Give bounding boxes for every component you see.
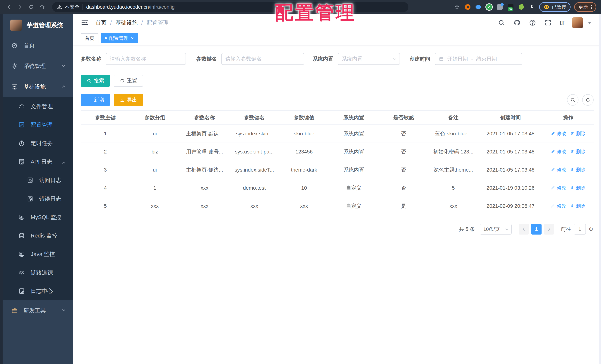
sidebar-item-label: 文件管理 (31, 103, 53, 110)
builtin-select[interactable]: 系统内置 (338, 53, 400, 65)
cell-builtin: 系统内置 (329, 161, 379, 179)
param-name-label: 参数名称 (81, 55, 101, 62)
search-button[interactable]: 搜索 (81, 75, 110, 87)
sidebar: 芋道管理系统 首页系统管理基础设施文件管理配置管理定时任务API 日志访问日志错… (3, 14, 73, 364)
tag-home[interactable]: 首页 (81, 33, 98, 43)
cell-sensitive: 是 (379, 197, 428, 215)
date-range-picker[interactable]: 开始日期 - 结束日期 (435, 53, 522, 65)
cell-id: 2 (81, 143, 130, 161)
browser-update-button[interactable]: 更新 (574, 2, 596, 12)
browser-back-icon[interactable] (5, 3, 13, 11)
end-date-placeholder[interactable]: 结束日期 (476, 55, 497, 62)
tag-config-active[interactable]: 配置管理 × (101, 33, 138, 43)
delete-link[interactable]: 删除 (570, 130, 585, 137)
prev-page-button[interactable] (519, 224, 529, 234)
delete-link[interactable]: 删除 (570, 149, 585, 155)
refresh-table-icon-button[interactable] (582, 94, 594, 106)
param-key-input[interactable] (225, 56, 300, 62)
edit-link[interactable]: 修改 (551, 167, 566, 173)
security-label[interactable]: 不安全 (65, 4, 80, 10)
sidebar-item-访问日志[interactable]: 访问日志 (3, 171, 73, 190)
sidebar-item-label: API 日志 (31, 158, 52, 166)
edit-link[interactable]: 修改 (551, 130, 566, 137)
bookmark-star-icon[interactable] (453, 3, 461, 10)
github-icon[interactable] (513, 19, 521, 27)
sidebar-item-文件管理[interactable]: 文件管理 (3, 97, 73, 116)
delete-link[interactable]: 删除 (570, 203, 585, 209)
page-content: 参数名称 参数键名 系统内置 系统内置 创建时间 开始日期 - (73, 45, 601, 234)
url-bar[interactable]: 不安全 dashboard.yudao.iocoder.cn /infra/co… (52, 2, 408, 12)
param-name-input[interactable] (110, 56, 182, 62)
delete-link[interactable]: 删除 (570, 185, 585, 191)
help-icon[interactable] (529, 19, 536, 27)
scrollbar[interactable] (599, 14, 601, 364)
sidebar-item-Redis 监控[interactable]: Redis 监控 (3, 226, 73, 245)
extensions-puzzle-icon[interactable] (529, 3, 535, 10)
sidebar-item-基础设施[interactable]: 基础设施 (3, 76, 73, 97)
reset-button[interactable]: 重置 (114, 75, 143, 87)
sidebar-item-label: 系统管理 (24, 62, 46, 70)
extension-green-check-icon[interactable]: ✓ (486, 3, 493, 10)
total-count: 共 5 条 (459, 226, 475, 233)
cloud-icon (18, 103, 25, 110)
cell-key: sys.index.skin... (230, 125, 279, 143)
cell-value: 123456 (279, 143, 329, 161)
start-date-placeholder[interactable]: 开始日期 (447, 55, 468, 62)
page-size-select[interactable]: 10条/页 (480, 224, 512, 234)
browser-menu-icon[interactable] (591, 5, 592, 9)
sidebar-item-研发工具[interactable]: 研发工具 (3, 300, 73, 321)
sidebar-item-错误日志[interactable]: 错误日志 (3, 190, 73, 208)
param-key-field[interactable] (221, 53, 304, 65)
cell-created: 2021-01-05 17:03:48 (478, 161, 543, 179)
cell-group: ui (130, 161, 180, 179)
tag-close-icon[interactable]: × (131, 36, 134, 41)
sidebar-item-日志中心[interactable]: 日志中心 (3, 282, 73, 300)
goto-page-input[interactable] (574, 224, 586, 234)
font-size-icon[interactable]: tT (560, 19, 564, 26)
export-button[interactable]: 导出 (114, 94, 143, 106)
extension-pin-icon[interactable] (475, 3, 482, 10)
sidebar-item-MySQL 监控[interactable]: MySQL 监控 (3, 208, 73, 226)
delete-link[interactable]: 删除 (570, 167, 585, 173)
edit-link[interactable]: 修改 (551, 185, 566, 191)
avatar-caret-icon[interactable] (588, 22, 591, 24)
sidebar-item-Java 监控[interactable]: Java 监控 (3, 245, 73, 263)
browser-reload-icon[interactable] (27, 3, 35, 11)
app-logo-row[interactable]: 芋道管理系统 (3, 14, 73, 35)
param-name-field[interactable] (106, 53, 186, 65)
cell-remark: xxx (428, 197, 478, 215)
cell-value: xxx (279, 197, 329, 215)
sidebar-item-首页[interactable]: 首页 (3, 35, 73, 56)
chevron-down-icon (62, 308, 65, 311)
gear-icon (11, 63, 18, 70)
profile-paused-pill[interactable]: 已暂停 (539, 2, 571, 12)
table-row: 2biz用户管理-账号...sys.user.init-pa...123456系… (81, 143, 594, 161)
toggle-search-icon-button[interactable] (567, 94, 579, 106)
fullscreen-icon[interactable] (544, 19, 552, 27)
extension-leaf-icon[interactable] (518, 3, 525, 10)
sidebar-fold-icon[interactable] (81, 19, 89, 27)
edit-link[interactable]: 修改 (551, 149, 566, 155)
next-page-button[interactable] (544, 224, 554, 234)
extension-grid-icon[interactable] (496, 3, 503, 10)
cell-name: 用户管理-账号... (180, 143, 229, 161)
breadcrumb-item-首页[interactable]: 首页 (95, 19, 107, 27)
browser-home-icon[interactable] (38, 3, 47, 11)
extension-orange-ring-icon[interactable] (464, 3, 471, 10)
search-icon[interactable] (498, 19, 505, 27)
breadcrumb-item-基础设施[interactable]: 基础设施 (115, 19, 138, 27)
extension-cn-icon[interactable]: cn (507, 3, 514, 10)
sidebar-item-系统管理[interactable]: 系统管理 (3, 56, 73, 76)
dashboard-icon (11, 42, 18, 49)
page-1-button[interactable]: 1 (531, 224, 541, 234)
sidebar-item-配置管理[interactable]: 配置管理 (3, 116, 73, 134)
browser-forward-icon[interactable] (16, 3, 24, 11)
add-button[interactable]: 新增 (81, 94, 110, 106)
edit-link[interactable]: 修改 (551, 203, 566, 209)
sidebar-item-链路追踪[interactable]: 链路追踪 (3, 263, 73, 282)
sidebar-item-label: 访问日志 (39, 177, 61, 184)
sidebar-item-API 日志[interactable]: API 日志 (3, 152, 73, 171)
sidebar-item-定时任务[interactable]: 定时任务 (3, 134, 73, 152)
user-avatar[interactable] (572, 17, 583, 28)
page-unit-label: 页 (589, 226, 594, 233)
